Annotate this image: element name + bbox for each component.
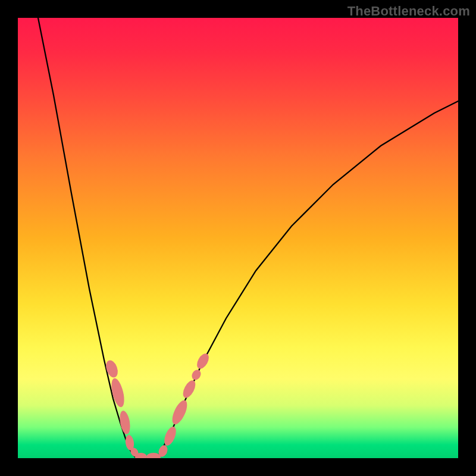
chart-plot-area — [18, 18, 458, 458]
watermark-text: TheBottleneck.com — [347, 4, 470, 19]
